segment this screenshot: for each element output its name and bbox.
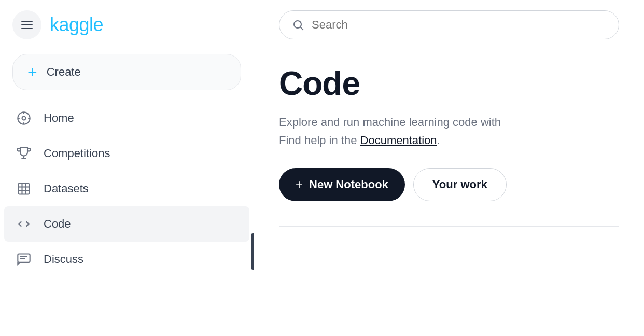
sidebar-item-datasets[interactable]: Datasets [4, 171, 249, 206]
hamburger-line [21, 28, 33, 29]
sidebar-item-competitions-label: Competitions [44, 147, 110, 160]
description-end: . [437, 134, 440, 147]
sidebar-item-datasets-label: Datasets [44, 182, 89, 195]
sidebar-item-code-label: Code [44, 217, 71, 231]
create-label: Create [47, 65, 81, 79]
svg-line-17 [301, 27, 304, 31]
content-divider [279, 226, 619, 227]
action-buttons: + New Notebook Your work [279, 168, 619, 201]
sidebar-header: kaggle [0, 0, 254, 50]
svg-point-1 [22, 117, 26, 120]
create-button[interactable]: + Create [12, 54, 241, 90]
kaggle-logo: kaggle [50, 14, 103, 36]
active-indicator [251, 233, 254, 270]
hamburger-line [21, 24, 33, 25]
create-plus-icon: + [27, 64, 37, 80]
description-text-2: Find help in the [279, 134, 360, 147]
page-title: Code [279, 64, 619, 103]
sidebar-item-competitions[interactable]: Competitions [4, 136, 249, 171]
search-icon [292, 19, 304, 31]
sidebar-item-home[interactable]: Home [4, 101, 249, 136]
page-description: Explore and run machine learning code wi… [279, 113, 619, 149]
your-work-button[interactable]: Your work [413, 168, 507, 201]
main-content: Code Explore and run machine learning co… [254, 0, 644, 336]
svg-rect-8 [19, 184, 30, 194]
svg-rect-13 [18, 254, 30, 262]
code-icon [15, 215, 33, 233]
new-notebook-plus-icon: + [296, 177, 303, 192]
new-notebook-button[interactable]: + New Notebook [279, 168, 405, 201]
search-bar [279, 10, 619, 39]
sidebar-item-discuss[interactable]: Discuss [4, 242, 249, 277]
svg-point-16 [294, 21, 301, 28]
sidebar-item-home-label: Home [44, 111, 74, 125]
discuss-icon [15, 250, 33, 269]
compass-icon [15, 109, 33, 128]
sidebar-item-code[interactable]: Code [4, 206, 249, 242]
menu-button[interactable] [12, 10, 41, 39]
new-notebook-label: New Notebook [309, 178, 388, 191]
documentation-link[interactable]: Documentation [360, 134, 437, 147]
trophy-icon [15, 144, 33, 163]
sidebar: kaggle + Create Home [0, 0, 254, 336]
search-input[interactable] [312, 18, 606, 32]
table-icon [15, 179, 33, 198]
description-text-1: Explore and run machine learning code wi… [279, 116, 501, 129]
sidebar-item-discuss-label: Discuss [44, 253, 83, 266]
hamburger-line [21, 21, 33, 22]
nav-items: Home Competitions [0, 101, 254, 277]
